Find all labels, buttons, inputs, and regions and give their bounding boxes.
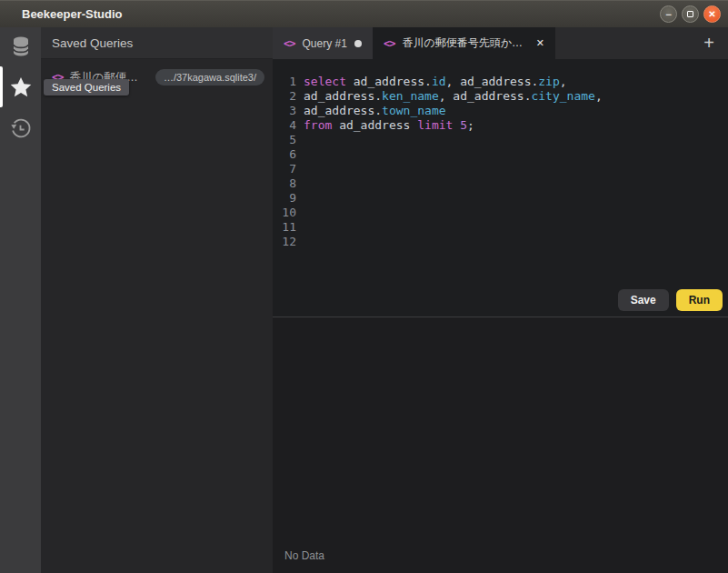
close-glyph: ✕ xyxy=(708,9,715,19)
tooltip: Saved Queries xyxy=(44,79,129,96)
history-icon xyxy=(9,117,32,140)
no-data-text: No Data xyxy=(284,549,324,562)
line-number: 8 xyxy=(273,176,296,191)
line-number: 5 xyxy=(273,133,296,147)
line-number: 7 xyxy=(273,162,296,176)
run-button[interactable]: Run xyxy=(676,289,723,311)
save-button[interactable]: Save xyxy=(618,289,669,311)
database-tables-button[interactable] xyxy=(0,35,41,60)
app-body: Saved Queries <> 香川の郵便… …/37kagawa.sqlit… xyxy=(0,27,728,573)
line-number: 6 xyxy=(273,147,296,162)
line-number: 9 xyxy=(273,191,296,206)
code-icon: <> xyxy=(284,37,294,50)
app-window: Beekeeper-Studio − ✕ xyxy=(0,0,728,573)
panel-header: Saved Queries xyxy=(41,27,273,59)
database-badge: …/37kagawa.sqlite3/ xyxy=(155,69,264,85)
code-line: 9 xyxy=(273,191,728,206)
editor-actions: Save Run xyxy=(618,289,723,311)
close-window-icon[interactable]: ✕ xyxy=(703,5,721,23)
code-lines: 1select ad_address.id, ad_address.zip,2a… xyxy=(273,59,728,249)
line-number: 11 xyxy=(273,220,296,235)
tab-strip: <> Query #1 <> 香川の郵便番号先頭か… ✕ + xyxy=(273,27,728,59)
saved-queries-button[interactable] xyxy=(0,75,41,100)
database-icon xyxy=(10,35,32,59)
line-number: 10 xyxy=(273,206,296,220)
tab-label: Query #1 xyxy=(302,37,346,50)
titlebar: Beekeeper-Studio − ✕ xyxy=(0,0,728,27)
code-line: 12 xyxy=(273,235,728,249)
code-line: 6 xyxy=(273,147,728,162)
line-number: 1 xyxy=(273,75,296,89)
code-line: 11 xyxy=(273,220,728,235)
close-tab-icon[interactable]: ✕ xyxy=(536,37,544,49)
line-number: 12 xyxy=(273,235,296,249)
code-icon: <> xyxy=(384,37,394,50)
tab-kagawa-query[interactable]: <> 香川の郵便番号先頭か… ✕ xyxy=(373,27,555,59)
code-line: 5 xyxy=(273,133,728,147)
line-number: 2 xyxy=(273,89,296,104)
tab-label: 香川の郵便番号先頭か… xyxy=(402,35,523,51)
tab-query-1[interactable]: <> Query #1 xyxy=(273,27,373,59)
results-pane: No Data xyxy=(273,317,728,573)
main-area: <> Query #1 <> 香川の郵便番号先頭か… ✕ + 1select a… xyxy=(273,27,728,573)
maximize-glyph xyxy=(687,11,693,17)
code-line: 10 xyxy=(273,206,728,220)
maximize-icon[interactable] xyxy=(682,5,699,23)
activity-bar xyxy=(0,27,41,573)
code-line: 7 xyxy=(273,162,728,176)
star-icon xyxy=(9,75,33,99)
window-title: Beekeeper-Studio xyxy=(22,7,123,21)
query-history-button[interactable] xyxy=(0,116,41,141)
code-line: 4from ad_address limit 5; xyxy=(273,118,728,133)
unsaved-changes-dot xyxy=(354,40,362,47)
code-line: 3ad_address.town_name xyxy=(273,104,728,118)
minimize-icon[interactable]: − xyxy=(660,5,677,23)
sql-editor[interactable]: 1select ad_address.id, ad_address.zip,2a… xyxy=(273,59,728,317)
new-tab-button[interactable]: + xyxy=(699,27,719,59)
window-controls: − ✕ xyxy=(660,5,721,23)
saved-queries-panel: Saved Queries <> 香川の郵便… …/37kagawa.sqlit… xyxy=(41,27,273,573)
line-number: 4 xyxy=(273,118,296,133)
code-line: 1select ad_address.id, ad_address.zip, xyxy=(273,75,728,89)
code-line: 2ad_address.ken_name, ad_address.city_na… xyxy=(273,89,728,104)
code-line: 8 xyxy=(273,176,728,191)
minimize-glyph: − xyxy=(665,9,672,20)
line-number: 3 xyxy=(273,104,296,118)
